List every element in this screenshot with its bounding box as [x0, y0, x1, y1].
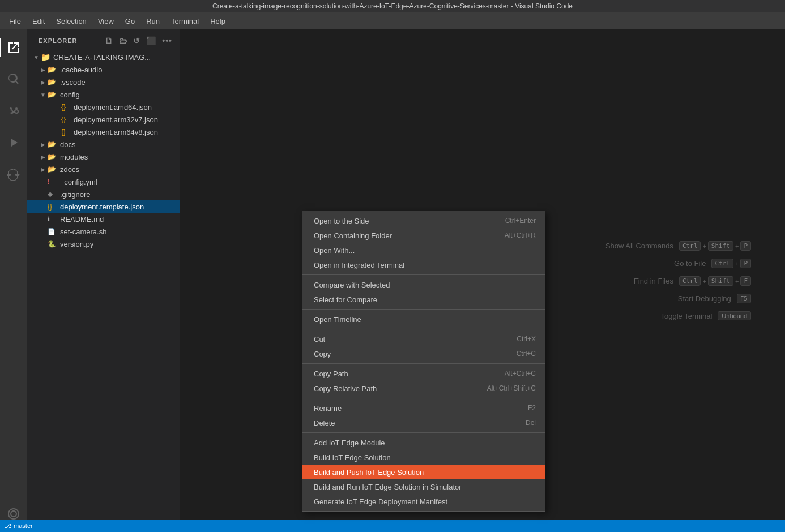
shortcut-label: Show All Commands [605, 242, 673, 250]
ctx-separator-1 [302, 274, 545, 275]
menu-item-terminal[interactable]: Terminal [167, 15, 203, 28]
ctx-rename[interactable]: Rename F2 [302, 401, 545, 415]
tree-item-docs[interactable]: ▶ 📂 docs [27, 138, 180, 151]
file-label: set-camera.sh [60, 228, 106, 236]
shortcut-label: Find in Files [634, 277, 673, 285]
collapse-icon[interactable]: ⬛ [145, 35, 157, 46]
ctx-copy-path[interactable]: Copy Path Alt+Ctrl+C [302, 366, 545, 381]
ctx-separator-4 [302, 363, 545, 364]
tree-item-version-py[interactable]: 🐍 version.py [27, 238, 180, 250]
tree-item-modules[interactable]: ▶ 📂 modules [27, 151, 180, 163]
root-folder[interactable]: ▼ 📁 CREATE-A-TALKING-IMAG... [27, 51, 180, 63]
tree-item-deployment-arm64v8[interactable]: {} deployment.arm64v8.json [27, 126, 180, 138]
file-label: zdocs [60, 165, 79, 174]
menu-item-edit[interactable]: Edit [28, 15, 49, 28]
ctx-select-compare[interactable]: Select for Compare [302, 292, 545, 307]
ctx-separator-6 [302, 432, 545, 433]
ctx-open-terminal[interactable]: Open in Integrated Terminal [302, 258, 545, 272]
menu-item-help[interactable]: Help [206, 15, 230, 28]
kbd-p: P [740, 259, 751, 268]
shortcuts-panel: Show All Commands Ctrl + Shift + P Go to… [605, 241, 751, 320]
file-label: .gitignore [60, 190, 90, 199]
shortcut-find-files: Find in Files Ctrl + Shift + F [605, 276, 751, 286]
ctx-open-with[interactable]: Open With... [302, 243, 545, 258]
menu-item-selection[interactable]: Selection [52, 15, 91, 28]
tree-item-vscode[interactable]: ▶ 📂 .vscode [27, 76, 180, 88]
kbd-group: Unbound [718, 311, 751, 320]
file-label: .cache-audio [60, 66, 102, 74]
shortcut-label: Go to File [674, 259, 706, 268]
kbd-group: Ctrl + P [711, 259, 751, 268]
tree-item-readme[interactable]: ℹ README.md [27, 213, 180, 225]
more-actions-icon[interactable]: ••• [161, 35, 173, 46]
tree-item-config-yml[interactable]: ! _config.yml [27, 175, 180, 188]
ctx-add-iot-module[interactable]: Add IoT Edge Module [302, 435, 545, 450]
file-label: docs [60, 140, 75, 149]
kbd-group: Ctrl + Shift + P [679, 241, 751, 251]
title-text: Create-a-talking-image-recognition-solut… [212, 2, 573, 10]
menu-bar: FileEditSelectionViewGoRunTerminalHelp [0, 12, 785, 29]
ctx-compare-selected[interactable]: Compare with Selected [302, 277, 545, 292]
menu-item-view[interactable]: View [93, 15, 118, 28]
kbd-p: P [740, 241, 751, 251]
kbd-f: F [740, 276, 751, 286]
shortcut-go-to-file: Go to File Ctrl + P [605, 259, 751, 268]
explorer-icon[interactable] [0, 34, 27, 61]
ctx-generate-deployment[interactable]: Generate IoT Edge Deployment Manifest [302, 494, 545, 509]
ctx-open-timeline[interactable]: Open Timeline [302, 312, 545, 327]
ctx-cut[interactable]: Cut Ctrl+X [302, 332, 545, 346]
search-icon[interactable] [0, 66, 27, 93]
shortcut-label: Start Debugging [678, 294, 731, 303]
shortcut-label: Toggle Terminal [661, 312, 713, 320]
activity-bar [0, 29, 27, 532]
title-bar: Create-a-talking-image-recognition-solut… [0, 0, 785, 12]
source-control-icon[interactable] [0, 97, 27, 125]
ctx-open-side[interactable]: Open to the Side Ctrl+Enter [302, 213, 545, 228]
tree-item-deployment-arm32v7[interactable]: {} deployment.arm32v7.json [27, 113, 180, 126]
kbd-ctrl: Ctrl [711, 259, 733, 268]
refresh-icon[interactable]: ↺ [132, 35, 142, 46]
extensions-icon[interactable] [0, 161, 27, 188]
file-label: _config.yml [60, 178, 97, 186]
ctx-copy[interactable]: Copy Ctrl+C [302, 346, 545, 361]
file-label: modules [60, 153, 88, 161]
menu-item-go[interactable]: Go [121, 15, 139, 28]
context-menu: Open to the Side Ctrl+Enter Open Contain… [302, 211, 545, 512]
file-label: version.py [60, 240, 93, 248]
file-label: deployment.arm32v7.json [74, 115, 158, 124]
ctx-build-iot-solution[interactable]: Build IoT Edge Solution [302, 450, 545, 465]
ctx-separator-3 [302, 329, 545, 329]
status-text: ⎇ master [5, 522, 33, 530]
menu-item-run[interactable]: Run [142, 15, 164, 28]
tree-item-gitignore[interactable]: ◆ .gitignore [27, 188, 180, 200]
shortcut-toggle-terminal: Toggle Terminal Unbound [605, 311, 751, 320]
file-label: deployment.amd64.json [74, 103, 152, 111]
tree-item-deployment-amd64[interactable]: {} deployment.amd64.json [27, 101, 180, 113]
kbd-ctrl: Ctrl [679, 276, 701, 286]
tree-item-set-camera[interactable]: 📄 set-camera.sh [27, 225, 180, 238]
sidebar: EXPLORER 🗋 🗁 ↺ ⬛ ••• ▼ 📁 CREATE-A-TALKIN… [27, 29, 180, 532]
ctx-open-containing[interactable]: Open Containing Folder Alt+Ctrl+R [302, 228, 545, 243]
main-layout: EXPLORER 🗋 🗁 ↺ ⬛ ••• ▼ 📁 CREATE-A-TALKIN… [0, 29, 785, 532]
tree-item-deployment-template[interactable]: {} deployment.template.json [27, 200, 180, 213]
tree-item-cache-audio[interactable]: ▶ 📂 .cache-audio [27, 63, 180, 76]
kbd-shift: Shift [708, 276, 733, 286]
file-label: deployment.arm64v8.json [74, 128, 158, 136]
ctx-build-push-iot-solution[interactable]: Build and Push IoT Edge Solution [302, 465, 545, 479]
ctx-delete[interactable]: Delete Del [302, 415, 545, 430]
shortcut-start-debugging: Start Debugging F5 [605, 294, 751, 303]
menu-item-file[interactable]: File [5, 15, 25, 28]
file-label: README.md [60, 215, 104, 224]
ctx-copy-relative-path[interactable]: Copy Relative Path Alt+Ctrl+Shift+C [302, 381, 545, 396]
new-folder-icon[interactable]: 🗁 [118, 35, 129, 46]
sidebar-header: EXPLORER 🗋 🗁 ↺ ⬛ ••• [27, 29, 180, 49]
new-file-icon[interactable]: 🗋 [104, 35, 114, 46]
tree-item-config[interactable]: ▼ 📂 config [27, 88, 180, 101]
run-icon[interactable] [0, 129, 27, 156]
file-tree: ▼ 📁 CREATE-A-TALKING-IMAG... ▶ 📂 .cache-… [27, 49, 180, 532]
kbd-ctrl: Ctrl [679, 241, 701, 251]
tree-item-zdocs[interactable]: ▶ 📂 zdocs [27, 163, 180, 175]
ctx-build-run-iot-simulator[interactable]: Build and Run IoT Edge Solution in Simul… [302, 479, 545, 494]
kbd-shift: Shift [708, 241, 733, 251]
file-label: .vscode [60, 78, 86, 87]
